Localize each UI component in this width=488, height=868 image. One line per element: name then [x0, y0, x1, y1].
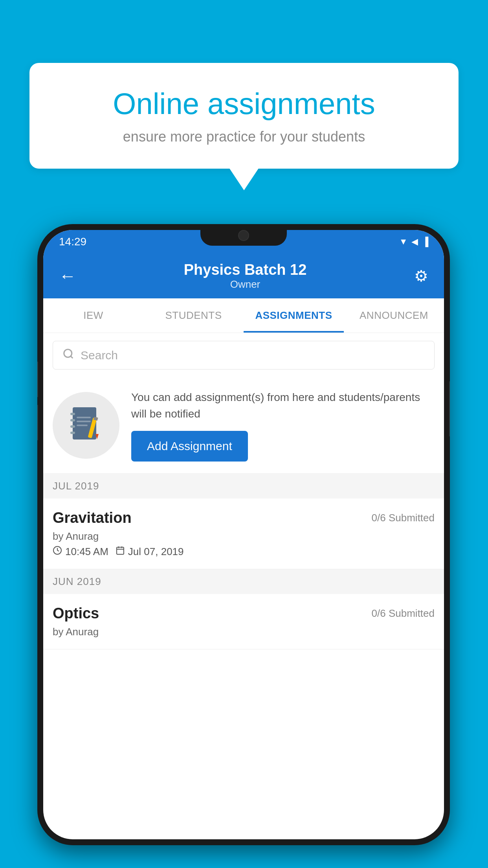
assignment-optics-name: Optics	[53, 605, 99, 622]
promo-section: You can add assignment(s) from here and …	[43, 377, 444, 474]
speech-bubble-container: Online assignments ensure more practice …	[29, 63, 459, 169]
add-assignment-button[interactable]: Add Assignment	[131, 431, 248, 462]
signal-icon: ◀	[411, 237, 418, 247]
svg-rect-3	[70, 413, 75, 415]
calendar-icon	[116, 546, 125, 558]
assignment-item-gravitation[interactable]: Gravitation 0/6 Submitted by Anurag 10:4…	[43, 498, 444, 569]
tab-students[interactable]: STUDENTS	[143, 298, 244, 333]
wifi-icon: ▼	[399, 237, 408, 247]
phone-screen: 14:29 ▼ ◀ ▐ ← Physics Batch 12 Owner ⚙ I…	[43, 230, 444, 839]
settings-icon[interactable]: ⚙	[414, 267, 428, 285]
assignment-submitted: 0/6 Submitted	[372, 512, 435, 524]
tab-assignments[interactable]: ASSIGNMENTS	[244, 298, 344, 333]
assignment-name: Gravitation	[53, 509, 132, 526]
search-bar[interactable]: Search	[53, 341, 435, 370]
front-camera	[238, 230, 249, 241]
power-button	[449, 381, 450, 436]
header-title: Physics Batch 12	[184, 261, 307, 278]
svg-line-1	[71, 356, 73, 358]
status-time: 14:29	[59, 235, 86, 248]
search-container: Search	[43, 333, 444, 377]
svg-rect-4	[70, 419, 75, 421]
promo-description: You can add assignment(s) from here and …	[131, 389, 435, 422]
section-header-jul: JUL 2019	[43, 474, 444, 498]
svg-rect-6	[70, 432, 75, 434]
header-subtitle: Owner	[184, 278, 307, 291]
speech-bubble-subtitle: ensure more practice for your students	[57, 129, 431, 145]
assignment-top-row: Gravitation 0/6 Submitted	[53, 509, 435, 526]
search-icon	[62, 348, 74, 363]
assignment-meta: 10:45 AM Jul 07, 2019	[53, 546, 435, 558]
speech-bubble-title: Online assignments	[57, 86, 431, 121]
header-title-group: Physics Batch 12 Owner	[184, 261, 307, 291]
assignment-time-value: 10:45 AM	[65, 546, 108, 558]
assignment-optics-top-row: Optics 0/6 Submitted	[53, 605, 435, 622]
tab-announcements[interactable]: ANNOUNCEM	[344, 298, 444, 333]
notebook-icon	[70, 406, 103, 445]
status-icons: ▼ ◀ ▐	[399, 237, 428, 247]
clock-icon	[53, 546, 62, 558]
svg-point-0	[64, 349, 72, 357]
svg-rect-7	[77, 417, 91, 418]
back-button[interactable]: ←	[59, 266, 76, 286]
promo-icon-circle	[53, 392, 119, 459]
tab-overview[interactable]: IEW	[43, 298, 143, 333]
assignment-date-value: Jul 07, 2019	[128, 546, 184, 558]
svg-rect-5	[70, 425, 75, 428]
assignment-time: 10:45 AM	[53, 546, 108, 558]
volume-up-button	[37, 362, 38, 397]
svg-rect-8	[77, 421, 91, 422]
app-header: ← Physics Batch 12 Owner ⚙	[43, 254, 444, 298]
speech-bubble: Online assignments ensure more practice …	[29, 63, 459, 169]
assignment-optics-author: by Anurag	[53, 626, 435, 638]
promo-content: You can add assignment(s) from here and …	[131, 389, 435, 462]
svg-rect-14	[117, 547, 124, 554]
assignment-optics-submitted: 0/6 Submitted	[372, 607, 435, 620]
phone-frame: 14:29 ▼ ◀ ▐ ← Physics Batch 12 Owner ⚙ I…	[37, 224, 450, 845]
svg-rect-9	[77, 425, 88, 426]
assignment-date: Jul 07, 2019	[116, 546, 184, 558]
volume-down-button	[37, 405, 38, 440]
assignment-author: by Anurag	[53, 530, 435, 542]
phone-notch	[200, 224, 287, 246]
section-header-jun: JUN 2019	[43, 569, 444, 594]
search-placeholder: Search	[81, 349, 118, 362]
tabs-bar: IEW STUDENTS ASSIGNMENTS ANNOUNCEM	[43, 298, 444, 333]
assignment-item-optics[interactable]: Optics 0/6 Submitted by Anurag	[43, 594, 444, 649]
battery-icon: ▐	[422, 237, 428, 247]
